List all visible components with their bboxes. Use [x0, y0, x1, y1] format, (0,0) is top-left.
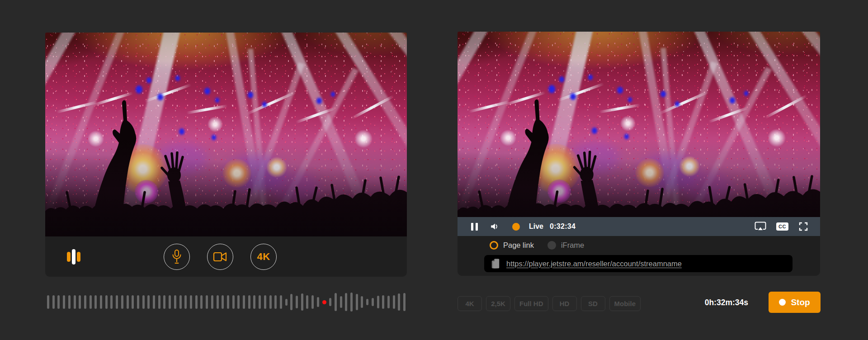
waveform-bar	[105, 295, 108, 309]
waveform-bar	[356, 294, 358, 310]
microphone-button[interactable]	[164, 244, 190, 270]
stop-record-dot	[779, 299, 786, 306]
waveform-bar	[206, 295, 208, 309]
waveform-bar	[232, 295, 235, 309]
waveform-bar	[335, 293, 337, 311]
waveform-bar	[264, 295, 266, 309]
waveform-bar	[285, 299, 288, 306]
camera-button[interactable]	[207, 244, 233, 270]
waveform-bar	[253, 295, 255, 309]
stream-url-bar[interactable]: https://player.jetstre.am/reseller/accou…	[484, 255, 793, 272]
waveform-bar	[184, 295, 187, 309]
waveform-bar	[317, 297, 319, 307]
cc-button[interactable]: CC	[776, 222, 788, 231]
fullscreen-button[interactable]	[798, 222, 808, 231]
waveform-bar	[217, 295, 219, 309]
waveform-bar	[340, 296, 342, 308]
waveform-bar	[142, 295, 145, 309]
waveform-bar	[63, 295, 65, 309]
waveform-bar	[329, 298, 331, 306]
quality-option-mobile[interactable]: Mobile	[609, 296, 641, 311]
pause-icon	[471, 223, 473, 231]
broadcast-controls: 4K	[45, 236, 407, 277]
waveform-bar	[382, 295, 384, 309]
waveform-bar	[237, 295, 240, 309]
audio-waveform	[47, 292, 406, 312]
waveform-bar	[121, 295, 123, 309]
waveform-bar	[147, 295, 150, 309]
waveform-bar	[163, 295, 165, 309]
waveform-bar	[94, 295, 97, 309]
pause-button[interactable]	[471, 223, 478, 231]
copy-icon[interactable]	[491, 258, 500, 270]
stop-button[interactable]: Stop	[769, 292, 821, 313]
waveform-bar	[195, 295, 198, 309]
radio-page-link-label: Page link	[503, 241, 534, 250]
airplay-button[interactable]	[755, 222, 766, 231]
radio-iframe-label: iFrame	[561, 241, 584, 250]
waveform-bar	[269, 295, 272, 309]
waveform-bar	[190, 295, 192, 309]
stream-url-link[interactable]: https://player.jetstre.am/reseller/accou…	[506, 260, 682, 268]
waveform-bar	[179, 295, 182, 309]
waveform-bar	[274, 295, 277, 309]
waveform-bar	[158, 295, 160, 309]
quality-option-fullhd[interactable]: Full HD	[514, 296, 548, 311]
waveform-bar	[200, 295, 203, 309]
pause-icon	[476, 223, 478, 231]
waveform-bar	[372, 298, 374, 306]
quality-option-2-5k[interactable]: 2,5K	[486, 296, 510, 311]
waveform-bar	[301, 293, 303, 311]
waveform-bar	[211, 295, 213, 309]
waveform-bar	[47, 295, 49, 309]
radio-page-link[interactable]: Page link	[490, 241, 534, 250]
waveform-bar	[84, 295, 86, 309]
waveform-bar	[243, 295, 245, 309]
audio-level-bars-icon	[67, 249, 80, 264]
live-streaming-dashboard: 4K	[0, 0, 868, 340]
airplay-icon	[755, 222, 766, 231]
volume-button[interactable]	[490, 222, 500, 231]
live-record-dot	[512, 223, 520, 231]
waveform-bar	[132, 295, 134, 309]
radio-unselected-icon	[547, 241, 556, 250]
player-share-panel: Live 0:32:34 CC	[458, 32, 820, 276]
waveform-bar	[393, 295, 395, 309]
link-type-options: Page link iFrame	[490, 241, 584, 250]
live-label: Live	[529, 222, 543, 231]
waveform-bar	[227, 295, 229, 309]
waveform-bar	[222, 295, 224, 309]
waveform-bar	[259, 295, 261, 309]
waveform-bar	[306, 295, 308, 309]
quality-4k-button[interactable]: 4K	[250, 244, 277, 270]
waveform-bar	[311, 295, 314, 309]
capture-buttons: 4K	[164, 244, 277, 270]
quality-options-row: 4K 2,5K Full HD HD SD Mobile	[458, 296, 641, 311]
share-panel: Page link iFrame https://player.jetstre.…	[458, 236, 820, 276]
waveform-bar	[137, 295, 139, 309]
waveform-bar	[350, 293, 353, 312]
quality-option-4k[interactable]: 4K	[458, 296, 482, 311]
speaker-icon	[490, 222, 500, 231]
fullscreen-icon	[798, 222, 808, 231]
waveform-bar	[290, 294, 292, 310]
player-video-frame: Live 0:32:34 CC	[458, 32, 820, 236]
quality-option-hd[interactable]: HD	[552, 296, 577, 311]
vignette-overlay	[45, 33, 407, 236]
broadcast-preview-panel: 4K	[45, 33, 407, 277]
waveform-bar	[280, 295, 282, 309]
waveform-bar	[57, 295, 60, 309]
waveform-bar	[345, 293, 347, 311]
waveform-bar	[127, 295, 129, 309]
concert-video-image	[458, 32, 820, 236]
waveform-bar	[74, 295, 76, 309]
quality-option-sd[interactable]: SD	[581, 296, 605, 311]
radio-selected-icon	[490, 241, 498, 250]
waveform-bar	[366, 299, 368, 305]
waveform-bar	[90, 295, 92, 309]
waveform-bar	[361, 296, 363, 308]
waveform-bar	[387, 296, 390, 308]
waveform-bar	[79, 295, 81, 309]
radio-iframe[interactable]: iFrame	[547, 241, 584, 250]
waveform-bar	[110, 295, 113, 309]
